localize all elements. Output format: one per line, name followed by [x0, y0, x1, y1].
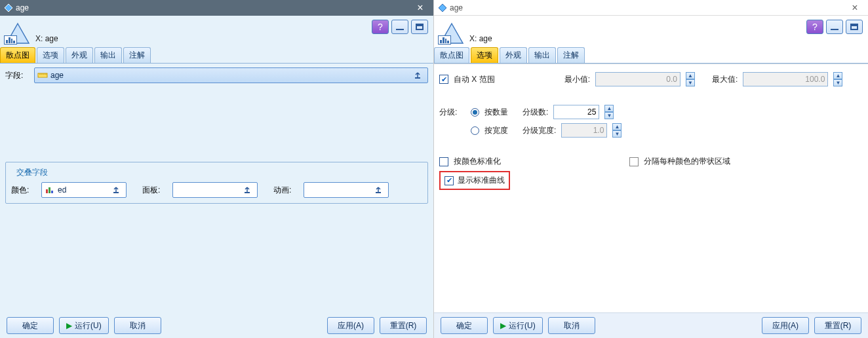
tabs: 散点图 选项 外观 输出 注解	[0, 47, 433, 64]
help-button[interactable]: ?	[372, 20, 389, 34]
tab-options[interactable]: 选项	[471, 47, 498, 63]
window-title: age	[447, 3, 846, 12]
bin-width-spinner[interactable]: ▲▼	[612, 123, 621, 138]
minimize-button[interactable]	[391, 20, 408, 34]
svg-rect-7	[415, 77, 420, 79]
help-button[interactable]: ?	[806, 20, 823, 34]
show-normal-curve-label: 显示标准曲线	[458, 175, 505, 186]
bin-width-label: 分级宽度:	[523, 125, 556, 136]
dropdown-icon[interactable]	[412, 71, 425, 80]
play-icon: ▶	[66, 321, 72, 330]
header-area: ? X: age	[434, 16, 868, 47]
tab-scatter[interactable]: 散点图	[434, 47, 469, 63]
dropdown-icon[interactable]	[241, 185, 254, 195]
left-window: age × ? X: age 散点图 选项 外观 输出 注解	[0, 0, 434, 338]
svg-rect-13	[376, 192, 381, 193]
by-count-radio[interactable]	[471, 108, 479, 117]
bin-count-spinner[interactable]: ▲▼	[604, 105, 614, 119]
reset-button[interactable]: 重置(R)	[380, 317, 427, 334]
min-input[interactable]: 0.0	[595, 72, 681, 86]
svg-marker-14	[439, 4, 446, 12]
footer: 确定 ▶运行(U) 取消 应用(A) 重置(R)	[0, 313, 433, 338]
anim-label: 动画:	[273, 185, 300, 196]
reset-button[interactable]: 重置(R)	[814, 317, 861, 334]
titlebar: age ×	[434, 0, 868, 16]
max-input[interactable]: 100.0	[743, 72, 828, 86]
node-icon	[5, 22, 30, 45]
header-toolbar: ?	[806, 20, 863, 34]
titlebar: age ×	[0, 0, 433, 16]
show-normal-curve-checkbox[interactable]	[444, 176, 454, 185]
run-button[interactable]: ▶运行(U)	[493, 317, 543, 334]
minimize-button[interactable]	[826, 20, 843, 34]
tab-annotation[interactable]: 注解	[557, 47, 585, 63]
close-icon[interactable]: ×	[846, 1, 864, 14]
dropdown-icon[interactable]	[372, 185, 385, 195]
spin-down-icon[interactable]: ▼	[686, 79, 695, 86]
spin-up-icon[interactable]: ▲	[833, 72, 842, 79]
apply-button[interactable]: 应用(A)	[762, 317, 809, 334]
by-width-label: 按宽度	[484, 125, 508, 136]
spin-down-icon[interactable]: ▼	[833, 79, 842, 86]
apply-button[interactable]: 应用(A)	[327, 317, 374, 334]
maximize-button[interactable]	[846, 20, 863, 34]
window-title: age	[13, 3, 411, 12]
spin-down-icon[interactable]: ▼	[604, 112, 614, 119]
tab-annotation[interactable]: 注解	[123, 47, 151, 63]
tab-scatter[interactable]: 散点图	[0, 47, 35, 63]
histogram-icon	[438, 35, 451, 45]
separate-bands-label: 分隔每种颜色的带状区域	[644, 156, 730, 167]
x-field-label: X: age	[469, 34, 492, 45]
panel-select[interactable]	[172, 182, 258, 198]
anim-select[interactable]	[304, 182, 389, 198]
tab-body: 自动 X 范围 最小值: 0.0 ▲▼ 最大值: 100.0 ▲▼ 分级: 按数…	[434, 64, 868, 312]
node-icon	[439, 22, 464, 45]
normalize-by-color-label: 按颜色标准化	[454, 156, 501, 167]
play-icon: ▶	[500, 321, 506, 330]
bin-count-label: 分级数:	[523, 107, 548, 118]
crossfield-legend: 交叠字段	[14, 167, 50, 178]
svg-rect-12	[245, 192, 250, 193]
field-value: age	[50, 71, 412, 80]
app-icon	[4, 3, 13, 12]
auto-x-range-checkbox[interactable]	[439, 75, 448, 84]
tab-appearance[interactable]: 外观	[66, 47, 93, 63]
crossfield-group: 交叠字段 颜色: ed 面板:	[5, 162, 428, 204]
max-spinner[interactable]: ▲▼	[833, 72, 842, 86]
cancel-button[interactable]: 取消	[114, 317, 161, 334]
highlight-box: 显示标准曲线	[439, 171, 510, 190]
ok-button[interactable]: 确定	[441, 317, 488, 334]
normalize-by-color-checkbox[interactable]	[439, 157, 448, 166]
ok-button[interactable]: 确定	[7, 317, 54, 334]
svg-marker-0	[5, 4, 12, 12]
tab-appearance[interactable]: 外观	[500, 47, 527, 63]
spin-up-icon[interactable]: ▲	[686, 72, 695, 79]
by-width-radio[interactable]	[471, 126, 479, 135]
color-value: ed	[58, 185, 110, 195]
separate-bands-checkbox[interactable]	[629, 157, 639, 166]
svg-rect-9	[49, 187, 50, 193]
color-label: 颜色:	[11, 185, 37, 196]
tab-options[interactable]: 选项	[37, 47, 64, 63]
min-spinner[interactable]: ▲▼	[686, 72, 695, 86]
panel-label: 面板:	[142, 185, 168, 196]
spin-up-icon[interactable]: ▲	[612, 123, 621, 130]
close-icon[interactable]: ×	[411, 1, 429, 14]
tab-output[interactable]: 输出	[528, 47, 556, 63]
tab-output[interactable]: 输出	[94, 47, 122, 63]
bin-count-input[interactable]: 25	[553, 105, 599, 119]
cancel-button[interactable]: 取消	[548, 317, 595, 334]
min-label: 最小值:	[564, 74, 590, 85]
right-window: age × ? X: age 散点图 选项 外观 输出 注解	[434, 0, 868, 338]
field-select[interactable]: age	[34, 67, 428, 83]
dropdown-icon[interactable]	[110, 185, 123, 195]
run-button[interactable]: ▶运行(U)	[59, 317, 109, 334]
spin-down-icon[interactable]: ▼	[612, 130, 621, 138]
header-toolbar: ?	[372, 20, 428, 34]
color-select[interactable]: ed	[41, 182, 127, 198]
auto-x-range-label: 自动 X 范围	[454, 74, 495, 85]
field-label: 字段:	[5, 70, 31, 81]
bin-width-input[interactable]: 1.0	[561, 123, 607, 138]
spin-up-icon[interactable]: ▲	[604, 105, 614, 112]
maximize-button[interactable]	[411, 20, 428, 34]
